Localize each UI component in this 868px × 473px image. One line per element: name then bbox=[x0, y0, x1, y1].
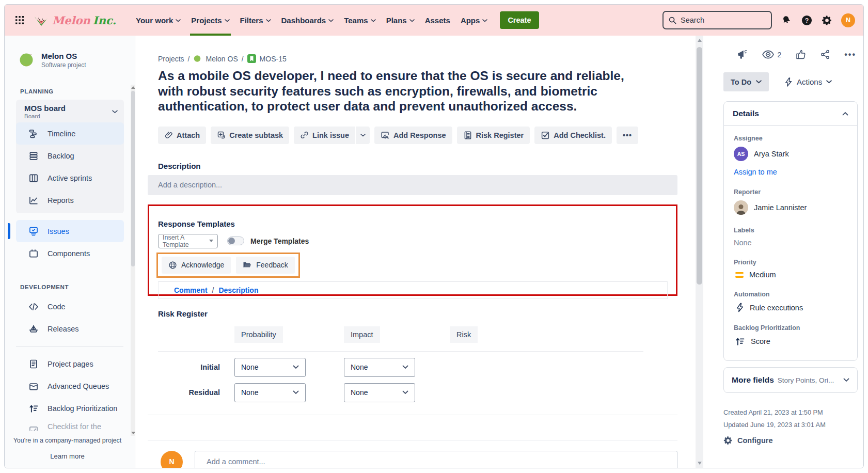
add-response-button[interactable]: Add Response bbox=[374, 127, 452, 144]
sidebar-scrollbar-thumb[interactable] bbox=[131, 91, 135, 266]
sidebar-item-code[interactable]: Code bbox=[16, 295, 124, 318]
chevron-down-icon bbox=[826, 80, 832, 84]
labels-value[interactable]: None bbox=[734, 239, 847, 247]
description-link[interactable]: Description bbox=[218, 286, 258, 294]
folder-open-icon bbox=[243, 261, 252, 269]
issue-title: As a mobile OS developer, I need to ensu… bbox=[158, 68, 643, 114]
app-window: MelonInc. Your work Projects Filters Das… bbox=[4, 4, 864, 468]
sidebar-item-timeline[interactable]: Timeline bbox=[16, 122, 124, 145]
sidebar-item-reports[interactable]: Reports bbox=[16, 189, 124, 211]
sidebar-scrollbar[interactable] bbox=[131, 85, 135, 436]
board-switcher[interactable]: MOS board Board bbox=[16, 100, 124, 122]
notifications-bell-icon[interactable] bbox=[781, 14, 792, 26]
link-icon bbox=[300, 131, 309, 139]
brand-logo[interactable]: MelonInc. bbox=[34, 13, 116, 27]
sidebar-item-backlog[interactable]: Backlog bbox=[16, 145, 124, 167]
create-subtask-button[interactable]: Create subtask bbox=[211, 127, 289, 144]
assignee-avatar: AS bbox=[734, 147, 748, 161]
initial-probability-select[interactable]: None bbox=[234, 358, 306, 377]
subtask-icon bbox=[217, 131, 226, 139]
breadcrumb-project-name[interactable]: Melon OS bbox=[206, 55, 238, 63]
add-comment-row: N bbox=[161, 451, 677, 468]
scroll-down-arrow[interactable] bbox=[131, 432, 135, 434]
main-scrollbar[interactable] bbox=[696, 36, 703, 468]
breadcrumb-projects[interactable]: Projects bbox=[158, 55, 184, 63]
watchers[interactable]: 2 bbox=[762, 50, 781, 59]
nav-item-plans[interactable]: Plans bbox=[381, 5, 420, 36]
nav-item-filters[interactable]: Filters bbox=[235, 5, 276, 36]
sidebar-item-active-sprints[interactable]: Active sprints bbox=[16, 167, 124, 189]
more-fields-panel[interactable]: More fields Story Points, Ori... bbox=[723, 367, 858, 393]
sidebar-item-label: Project pages bbox=[48, 360, 93, 368]
sidebar-item-label: Active sprints bbox=[48, 174, 92, 182]
status-dropdown[interactable]: To Do bbox=[723, 72, 769, 91]
search-input[interactable] bbox=[681, 16, 758, 24]
managed-project-note: You're in a company-managed project bbox=[5, 437, 130, 444]
assignee-name[interactable]: Arya Stark bbox=[754, 150, 789, 158]
nav-item-assets[interactable]: Assets bbox=[420, 5, 455, 36]
residual-impact-select[interactable]: None bbox=[344, 383, 415, 402]
acknowledge-template-button[interactable]: Acknowledge bbox=[162, 257, 231, 274]
learn-more-link[interactable]: Learn more bbox=[50, 452, 84, 460]
link-issue-dropdown-button[interactable] bbox=[355, 127, 370, 144]
comment-input[interactable] bbox=[207, 458, 653, 466]
svg-text:?: ? bbox=[804, 17, 809, 24]
nav-item-your-work[interactable]: Your work bbox=[131, 5, 186, 36]
row-label: Initial bbox=[158, 363, 230, 371]
sidebar-item-backlog-prioritization[interactable]: Backlog Prioritization bbox=[16, 397, 124, 419]
comment-field[interactable] bbox=[195, 451, 677, 468]
nav-item-teams[interactable]: Teams bbox=[339, 5, 381, 36]
reporter-name[interactable]: Jamie Lannister bbox=[754, 203, 807, 212]
nav-item-projects[interactable]: Projects bbox=[186, 5, 234, 36]
scroll-up-arrow[interactable] bbox=[131, 86, 135, 89]
sidebar-item-project-pages[interactable]: Project pages bbox=[16, 353, 124, 375]
help-icon[interactable]: ? bbox=[801, 14, 812, 26]
sidebar-item-components[interactable]: Components bbox=[16, 242, 124, 264]
updated-timestamp: Updated June 19, 2023 at 3:01 AM bbox=[723, 421, 856, 429]
grid-icon bbox=[15, 15, 24, 25]
details-panel-header[interactable]: Details bbox=[724, 102, 857, 126]
risk-register-button[interactable]: Risk Register bbox=[457, 127, 530, 144]
assign-to-me-link[interactable]: Assign to me bbox=[734, 168, 777, 176]
attach-button[interactable]: Attach bbox=[158, 127, 206, 144]
scroll-up-arrow[interactable] bbox=[698, 39, 702, 42]
settings-gear-icon[interactable] bbox=[821, 14, 832, 26]
feedback-template-button[interactable]: Feedback bbox=[236, 257, 294, 274]
vote-thumbs-up-icon[interactable] bbox=[795, 49, 806, 60]
toolbar-more-button[interactable]: ••• bbox=[617, 127, 638, 144]
ellipsis-icon: ••• bbox=[623, 131, 632, 139]
sidebar-item-issues[interactable]: Issues bbox=[16, 220, 124, 242]
feedback-megaphone-icon[interactable] bbox=[737, 50, 748, 60]
chevron-down-icon bbox=[176, 19, 181, 22]
description-field[interactable]: Add a description... bbox=[148, 175, 677, 195]
create-button[interactable]: Create bbox=[500, 11, 539, 29]
automation-value[interactable]: Rule executions bbox=[750, 304, 803, 312]
backlog-prioritization-value[interactable]: Score bbox=[751, 337, 770, 345]
residual-probability-select[interactable]: None bbox=[234, 383, 306, 402]
sidebar-item-releases[interactable]: Releases bbox=[16, 318, 124, 340]
chevron-down-icon bbox=[293, 365, 299, 369]
sidebar-item-clipped[interactable]: Checklist for the Check bbox=[5, 419, 135, 432]
panel-more-menu[interactable]: ••• bbox=[844, 50, 856, 59]
merge-templates-toggle[interactable] bbox=[227, 236, 244, 245]
app-switcher-icon[interactable] bbox=[13, 13, 26, 27]
initial-impact-select[interactable]: None bbox=[344, 358, 415, 377]
nav-item-dashboards[interactable]: Dashboards bbox=[276, 5, 339, 36]
actions-dropdown[interactable]: Actions bbox=[784, 77, 832, 87]
add-checklist-button[interactable]: Add Checklist. bbox=[534, 127, 612, 144]
share-icon[interactable] bbox=[820, 49, 830, 60]
nav-item-apps[interactable]: Apps bbox=[455, 5, 493, 36]
insert-template-dropdown[interactable]: Insert A Template bbox=[158, 234, 218, 248]
link-issue-button[interactable]: Link issue bbox=[294, 127, 355, 144]
comment-link[interactable]: Comment bbox=[174, 286, 208, 294]
scroll-down-arrow[interactable] bbox=[698, 462, 702, 465]
project-avatar bbox=[18, 51, 36, 69]
breadcrumb-issue-key[interactable]: MOS-15 bbox=[260, 55, 287, 63]
main-scrollbar-thumb[interactable] bbox=[697, 47, 702, 285]
sidebar-item-advanced-queues[interactable]: Advanced Queues bbox=[16, 375, 124, 397]
priority-value[interactable]: Medium bbox=[749, 271, 776, 279]
global-search[interactable] bbox=[662, 11, 772, 29]
configure-button[interactable]: Configure bbox=[723, 436, 856, 445]
user-avatar[interactable]: N bbox=[841, 13, 855, 27]
sidebar-item-label: Timeline bbox=[48, 130, 75, 138]
